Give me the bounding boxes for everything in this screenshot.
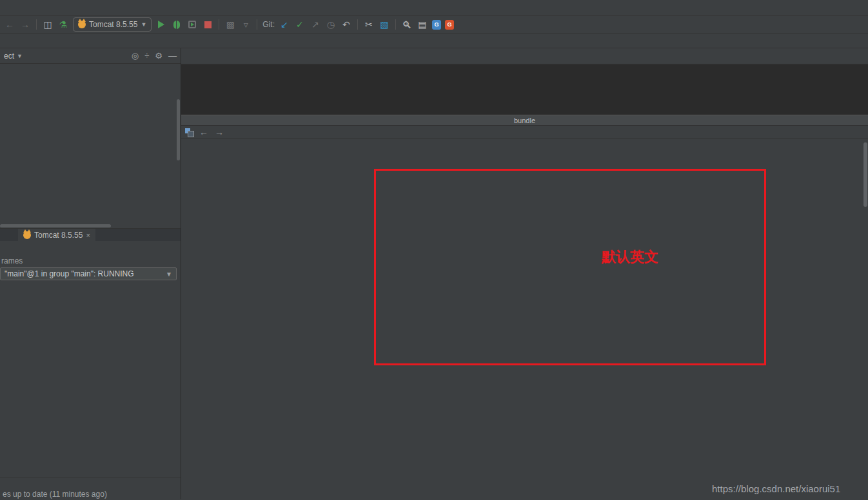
toolbar-separator <box>257 19 257 30</box>
run-button[interactable] <box>155 19 167 30</box>
project-header-label: ect <box>4 52 14 61</box>
forward-icon[interactable]: → <box>215 127 224 137</box>
toolbar-separator <box>395 19 396 30</box>
frames-label: rames <box>0 255 181 266</box>
profiler-icon: ▩ <box>224 19 236 30</box>
evaluated-expression-header: bundle <box>181 115 868 126</box>
debug-button[interactable] <box>171 19 182 30</box>
forward-icon[interactable]: → <box>19 19 31 30</box>
stop-button[interactable] <box>202 19 213 30</box>
search-icon[interactable]: 🔍︎ <box>401 19 413 30</box>
debug-session-tab[interactable]: Tomcat 8.5.55 × <box>18 229 95 241</box>
collapse-all-icon[interactable]: ÷ <box>144 51 149 61</box>
debugger-tabs <box>0 241 181 255</box>
project-tree-vertical-scrollbar[interactable] <box>177 99 180 160</box>
eval-expression-label: bundle <box>514 117 535 124</box>
project-tree <box>0 64 181 228</box>
hide-panel-icon[interactable]: — <box>168 51 177 61</box>
main-toolbar: ← → ◫ ⚗ Tomcat 8.5.55 ▼ ▩ ▿ Git: ↙ ✓ ↗ ◷… <box>0 15 868 34</box>
run-config-label: Tomcat 8.5.55 <box>89 20 137 29</box>
variables-tree <box>181 139 868 499</box>
toolbar-separator <box>36 19 37 30</box>
thread-selector[interactable]: "main"@1 in group "main": RUNNING ▼ <box>0 267 177 280</box>
wrench-icon[interactable]: ✂ <box>363 19 375 30</box>
locate-file-icon[interactable]: ◎ <box>132 51 139 61</box>
code-editor[interactable] <box>181 64 868 115</box>
tomcat-icon <box>78 21 86 28</box>
dump-icon: ▿ <box>240 19 252 30</box>
build-hammer-icon[interactable]: ⚗ <box>57 19 69 30</box>
gear-icon[interactable]: ⚙ <box>155 51 163 61</box>
chevron-down-icon: ▼ <box>166 271 172 278</box>
debugger-variables-toolbar: ← → <box>181 126 868 139</box>
project-tree-horizontal-scrollbar[interactable] <box>0 224 111 227</box>
rollback-icon[interactable]: ↶ <box>340 19 352 30</box>
ide-window: ← → ◫ ⚗ Tomcat 8.5.55 ▼ ▩ ▿ Git: ↙ ✓ ↗ ◷… <box>0 0 868 500</box>
tomcat-icon <box>23 231 31 239</box>
breadcrumb <box>0 34 868 48</box>
editor-tabs <box>181 48 868 64</box>
chevron-down-icon: ▼ <box>141 21 146 28</box>
frames-list <box>0 282 181 477</box>
project-tool-window-header[interactable]: ect ▼ ◎ ÷ ⚙ — <box>0 48 181 64</box>
editor-debugger-panel: bundle ← → <box>181 48 868 499</box>
back-icon[interactable]: ← <box>199 127 208 137</box>
close-icon[interactable]: × <box>86 231 90 239</box>
left-panel: ect ▼ ◎ ÷ ⚙ — Tomcat 8.5.55 × <box>0 48 181 499</box>
toolbar-separator <box>357 19 358 30</box>
debug-session-row: Tomcat 8.5.55 × <box>0 229 181 241</box>
project-window-icon[interactable]: ◫ <box>42 19 54 30</box>
session-tab-label: Tomcat 8.5.55 <box>34 231 83 240</box>
translate-blue-icon[interactable]: G <box>432 20 441 30</box>
back-icon[interactable]: ← <box>4 19 15 30</box>
git-label: Git: <box>262 20 275 29</box>
folder-sync-icon[interactable]: ▧ <box>379 19 390 30</box>
translate-settings-icon[interactable]: ▤ <box>417 19 428 30</box>
menu-bar <box>0 0 868 15</box>
run-config-combo[interactable]: Tomcat 8.5.55 ▼ <box>73 17 152 32</box>
show-referring-objects-icon[interactable] <box>185 128 193 136</box>
chevron-down-icon: ▼ <box>17 53 23 59</box>
git-push-icon[interactable]: ↗ <box>310 19 321 30</box>
translate-orange-icon[interactable]: G <box>445 20 454 30</box>
coverage-button[interactable] <box>186 19 198 30</box>
debug-tool-window: Tomcat 8.5.55 × rames "main"@1 in group … <box>0 228 181 499</box>
git-commit-icon[interactable]: ✓ <box>294 19 306 30</box>
git-update-icon[interactable]: ↙ <box>279 19 290 30</box>
toolbar-separator <box>219 19 219 30</box>
variables-vertical-scrollbar[interactable] <box>863 142 867 207</box>
history-clock-icon[interactable]: ◷ <box>325 19 337 30</box>
status-bar-message: es up to date (11 minutes ago) <box>0 488 181 499</box>
thread-label: "main"@1 in group "main": RUNNING <box>5 269 134 278</box>
toolwindow-bottom-bar <box>0 477 181 488</box>
